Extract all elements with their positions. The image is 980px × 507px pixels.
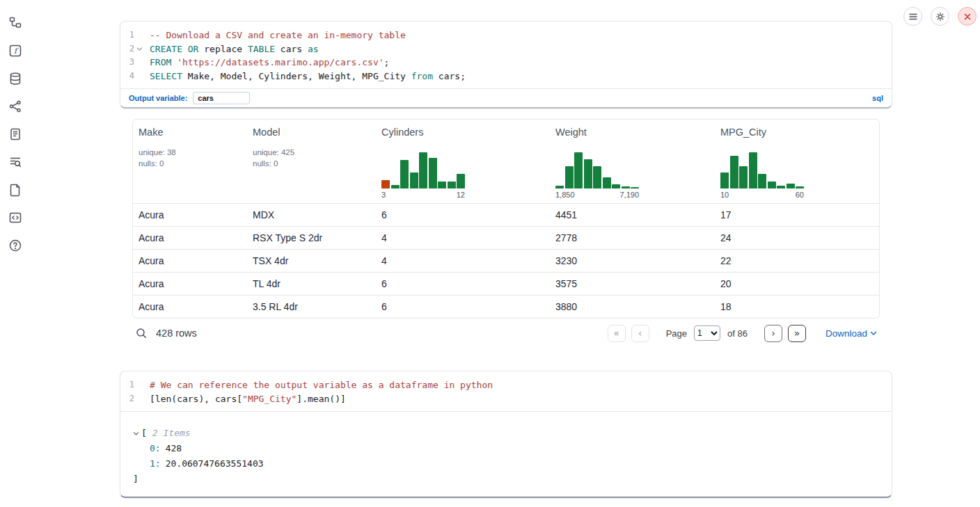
dependency-graph-icon bbox=[8, 99, 22, 113]
notebook-cells: 1 -- Download a CSV and create an in-mem… bbox=[120, 21, 892, 498]
column-stats: unique: 425 nulls: 0 bbox=[253, 147, 376, 169]
code-text: FROM 'https://datasets.marimo.app/cars.c… bbox=[150, 56, 389, 70]
cell-weight: 2778 bbox=[550, 232, 715, 243]
item-value: 428 bbox=[166, 441, 182, 456]
gear-icon bbox=[935, 11, 946, 22]
fold-chevron-icon[interactable] bbox=[136, 47, 143, 51]
sidebar-item-file-explorer[interactable] bbox=[6, 14, 24, 32]
column-header-mpg-city: MPG_City 10 60 bbox=[715, 127, 879, 199]
menu-button[interactable] bbox=[903, 7, 922, 26]
table-row: Acura MDX 6 4451 17 bbox=[133, 203, 879, 226]
last-page-button[interactable]: » bbox=[788, 325, 806, 342]
cell-cylinders: 6 bbox=[376, 278, 550, 289]
svg-text:f: f bbox=[14, 47, 19, 56]
column-name[interactable]: MPG_City bbox=[720, 127, 766, 138]
code-text: SELECT Make, Model, Cylinders, Weight, M… bbox=[150, 70, 466, 83]
line-number: 1 bbox=[120, 378, 134, 392]
column-header-weight: Weight 1,850 7,190 bbox=[550, 127, 715, 199]
sql-cell-output: Make unique: 38 nulls: 0 Model unique: 4… bbox=[120, 119, 892, 348]
page-select[interactable]: 1 bbox=[694, 325, 720, 341]
document-icon bbox=[8, 183, 22, 197]
table-row: Acura 3.5 RL 4dr 6 3880 18 bbox=[133, 295, 879, 318]
sidebar-item-snippets[interactable] bbox=[6, 209, 24, 227]
mpg-city-histogram: 10 60 bbox=[720, 152, 804, 199]
notebook-actions bbox=[903, 7, 977, 26]
sidebar-item-logs[interactable] bbox=[6, 153, 24, 171]
hist-max-label: 7,190 bbox=[619, 191, 639, 199]
cell-make: Acura bbox=[133, 255, 247, 266]
sidebar-item-dependency-graph[interactable] bbox=[6, 97, 24, 115]
sql-editor[interactable]: 1 -- Download a CSV and create an in-mem… bbox=[120, 22, 892, 88]
column-name[interactable]: Make bbox=[139, 127, 163, 138]
code-text: # We can reference the output variable a… bbox=[150, 378, 493, 392]
item-index: 0: bbox=[150, 441, 161, 456]
cell-mpg-city: 17 bbox=[715, 209, 879, 220]
code-text: CREATE OR replace TABLE cars as bbox=[150, 42, 319, 56]
page-label: Page bbox=[666, 328, 687, 339]
cell-make: Acura bbox=[133, 301, 247, 312]
previous-page-button[interactable]: ‹ bbox=[631, 325, 649, 342]
cell-model: 3.5 RL 4dr bbox=[247, 301, 376, 312]
cell-make: Acura bbox=[133, 278, 247, 289]
chevron-down-icon bbox=[870, 331, 877, 336]
chevron-down-icon bbox=[133, 431, 139, 436]
code-line: 2 [len(cars), cars["MPG_City"].mean()] bbox=[120, 392, 892, 406]
cell-cylinders: 6 bbox=[376, 301, 550, 312]
settings-button[interactable] bbox=[931, 7, 949, 26]
column-header-model: Model unique: 425 nulls: 0 bbox=[247, 127, 376, 199]
code-line: 4 SELECT Make, Model, Cylinders, Weight,… bbox=[120, 70, 892, 83]
cell-model: TL 4dr bbox=[247, 278, 376, 289]
cell-model: TSX 4dr bbox=[247, 255, 376, 266]
cell-sql: 1 -- Download a CSV and create an in-mem… bbox=[120, 21, 892, 108]
marimo-notebook: f bbox=[0, 0, 980, 507]
tree-root: [ 2 Items bbox=[133, 426, 892, 441]
python-editor[interactable]: 1 # We can reference the output variable… bbox=[120, 371, 892, 411]
code-snippets-icon bbox=[8, 211, 22, 225]
sidebar-item-variables[interactable]: f bbox=[6, 42, 24, 60]
cylinders-histogram: 3 12 bbox=[381, 152, 465, 199]
cell-model: RSX Type S 2dr bbox=[247, 232, 376, 243]
hamburger-icon bbox=[908, 12, 918, 22]
cell-weight: 3575 bbox=[550, 278, 715, 289]
output-variable-input[interactable] bbox=[193, 92, 250, 104]
cell-cylinders: 4 bbox=[376, 255, 550, 266]
shutdown-button[interactable] bbox=[958, 7, 977, 26]
sidebar-item-scratchpad[interactable] bbox=[6, 125, 24, 143]
hist-min-label: 3 bbox=[381, 191, 386, 199]
download-label: Download bbox=[825, 328, 867, 339]
bracket-open: [ bbox=[141, 426, 147, 441]
line-number: 1 bbox=[120, 29, 134, 42]
cell-python: 1 # We can reference the output variable… bbox=[120, 371, 892, 498]
search-icon bbox=[135, 327, 148, 339]
list-item: 1: 20.060747663551403 bbox=[133, 456, 892, 472]
first-page-button[interactable]: « bbox=[608, 325, 626, 342]
function-icon: f bbox=[8, 44, 22, 58]
code-line: 2 CREATE OR replace TABLE cars as bbox=[120, 42, 892, 56]
item-value: 20.060747663551403 bbox=[166, 456, 264, 472]
collapse-toggle-button[interactable] bbox=[133, 431, 141, 436]
sidebar-item-help[interactable] bbox=[6, 236, 24, 255]
table-search-button[interactable] bbox=[135, 327, 148, 339]
sidebar-item-datasources[interactable] bbox=[6, 70, 24, 88]
python-cell-output: [ 2 Items 0: 428 1: 20.060747663551403 ] bbox=[120, 411, 892, 497]
column-header-cylinders: Cylinders 3 12 bbox=[376, 127, 550, 199]
column-header-make: Make unique: 38 nulls: 0 bbox=[133, 127, 247, 199]
item-index: 1: bbox=[150, 456, 161, 472]
language-badge[interactable]: sql bbox=[872, 94, 883, 102]
sidebar-item-documentation[interactable] bbox=[6, 181, 24, 199]
code-text: [len(cars), cars["MPG_City"].mean()] bbox=[150, 392, 346, 406]
line-number: 2 bbox=[120, 392, 134, 406]
tree-close: ] bbox=[133, 472, 892, 487]
cell-make: Acura bbox=[133, 209, 247, 220]
cell-cylinders: 6 bbox=[376, 209, 550, 220]
column-name[interactable]: Cylinders bbox=[381, 127, 423, 138]
column-stats: unique: 38 nulls: 0 bbox=[139, 147, 247, 169]
download-button[interactable]: Download bbox=[825, 328, 877, 339]
weight-histogram: 1,850 7,190 bbox=[555, 152, 639, 199]
row-count: 428 rows bbox=[156, 328, 197, 339]
cell-make: Acura bbox=[133, 232, 247, 243]
next-page-button[interactable]: › bbox=[764, 325, 782, 342]
column-name[interactable]: Weight bbox=[555, 127, 587, 138]
column-name[interactable]: Model bbox=[253, 127, 280, 138]
database-icon bbox=[8, 72, 22, 86]
